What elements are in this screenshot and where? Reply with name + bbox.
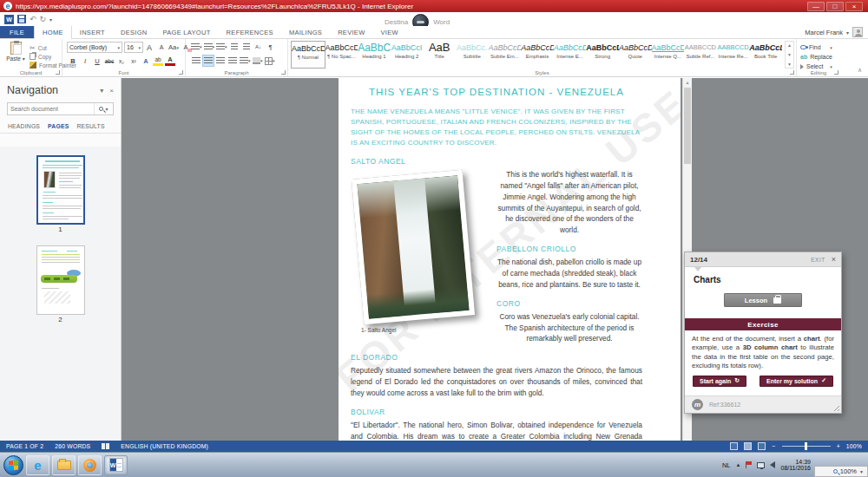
grow-font-button[interactable]: A — [144, 42, 155, 53]
exit-link[interactable]: EXIT — [811, 257, 825, 263]
search-input[interactable] — [8, 106, 94, 112]
tab-home[interactable]: HOME — [34, 26, 72, 39]
scroll-up-icon[interactable]: ▲ — [683, 78, 692, 85]
superscript-button[interactable]: x² — [128, 56, 139, 66]
hidden-icons-button[interactable]: ▲ — [736, 462, 741, 467]
font-name-select[interactable]: Corbel (Body)▾ — [67, 42, 122, 53]
resize-handle[interactable] — [832, 403, 839, 411]
page2-thumbnail[interactable] — [36, 245, 85, 315]
style-intense-reference[interactable]: AABBCCDIntense Re... — [717, 41, 750, 69]
minimize-button[interactable]: — — [807, 2, 825, 11]
proofing-icon[interactable] — [102, 443, 109, 449]
maximize-button[interactable]: □ — [826, 2, 844, 11]
nav-tab-results[interactable]: RESULTS — [76, 123, 104, 129]
scrollbar-thumb[interactable] — [684, 88, 691, 164]
font-dialog-launcher[interactable] — [179, 70, 183, 75]
taskbar-ie-button[interactable]: e — [26, 455, 49, 475]
style-subtitle[interactable]: AaBbCc.Subtitle — [456, 41, 489, 69]
tab-design[interactable]: DESIGN — [113, 26, 155, 38]
change-case-button[interactable]: Aa▾ — [168, 42, 179, 53]
decrease-indent-button[interactable] — [229, 42, 240, 52]
sort-button[interactable]: A↓ — [253, 42, 264, 52]
align-center-button[interactable] — [203, 56, 214, 66]
font-size-select[interactable]: 16▾ — [124, 42, 143, 53]
numbering-button[interactable]: ▾ — [204, 42, 215, 52]
paragraph-dialog-launcher[interactable] — [281, 70, 286, 75]
subscript-button[interactable]: x₂ — [116, 56, 127, 66]
tab-review[interactable]: REVIEW — [330, 26, 372, 38]
zoom-out-button[interactable]: − — [772, 443, 775, 449]
font-color-button[interactable]: A — [165, 56, 175, 66]
highlight-color-button[interactable]: ab — [153, 56, 163, 66]
action-center-icon[interactable] — [746, 461, 752, 468]
multilevel-list-button[interactable]: ▾ — [216, 42, 227, 52]
panel-close-icon[interactable]: × — [832, 255, 836, 264]
justify-button[interactable] — [227, 56, 238, 66]
panel-header[interactable]: 12/14 EXIT × — [685, 252, 841, 267]
tab-references[interactable]: REFERENCES — [219, 26, 281, 38]
tray-clock[interactable]: 14:39 08/11/2016 — [780, 459, 811, 472]
style-heading1[interactable]: AaBbCHeading 1 — [358, 41, 391, 69]
style-normal[interactable]: AaBbCcD¶ Normal — [291, 41, 326, 69]
enter-solution-button[interactable]: Enter my solution✓ — [760, 376, 833, 387]
strikethrough-button[interactable]: abc — [104, 56, 115, 66]
web-layout-icon[interactable] — [758, 442, 766, 450]
zoom-slider-thumb[interactable] — [805, 442, 807, 450]
italic-button[interactable]: I — [80, 56, 90, 66]
line-spacing-button[interactable]: ▾ — [240, 56, 251, 66]
editing-dialog-launcher[interactable] — [834, 70, 838, 75]
style-book-title[interactable]: AaBbCcLBook Title — [749, 41, 782, 69]
collapse-ribbon-icon[interactable]: ∧ — [858, 67, 862, 74]
word-count[interactable]: 260 WORDS — [55, 443, 90, 449]
zoom-percent[interactable]: 100% — [846, 443, 862, 449]
tab-page-layout[interactable]: PAGE LAYOUT — [155, 26, 218, 38]
style-intense-emphasis[interactable]: AaBbCcDiIntense E... — [554, 41, 587, 69]
style-heading2[interactable]: AaBbCcIHeading 2 — [391, 41, 424, 69]
bold-button[interactable]: B — [68, 56, 78, 66]
qat-customize-icon[interactable]: ▾ — [49, 14, 52, 24]
tab-mailings[interactable]: MAILINGS — [281, 26, 330, 38]
taskbar-word-button[interactable]: W — [104, 455, 128, 475]
shrink-font-button[interactable]: A — [156, 42, 167, 53]
borders-button[interactable]: ▾ — [265, 56, 275, 66]
waterfall-photo[interactable]: 1- Salto Angel — [351, 171, 488, 343]
style-quote[interactable]: AaBbCcDiQuote — [619, 41, 652, 69]
close-button[interactable]: × — [845, 2, 863, 11]
volume-icon[interactable] — [770, 461, 775, 468]
increase-indent-button[interactable] — [241, 42, 252, 52]
align-left-button[interactable] — [191, 56, 201, 66]
nav-tab-pages[interactable]: PAGES — [48, 123, 69, 129]
print-layout-icon[interactable] — [744, 442, 752, 450]
lesson-button[interactable]: Lesson — [724, 293, 802, 307]
find-button[interactable]: Find▾ — [800, 42, 832, 52]
nav-options-icon[interactable]: ▾ — [100, 87, 103, 95]
zoom-slider[interactable] — [782, 446, 831, 447]
language-indicator[interactable]: ENGLISH (UNITED KINGDOM) — [121, 443, 208, 449]
style-subtle-reference[interactable]: AABBCCDSubtle Ref... — [684, 41, 717, 69]
network-icon[interactable] — [757, 462, 765, 468]
save-icon[interactable] — [17, 15, 26, 23]
style-emphasis[interactable]: AaBbCcDiEmphasis — [521, 41, 554, 69]
undo-button[interactable]: ↶ — [30, 14, 36, 24]
style-intense-quote[interactable]: AaBbCcDIntense Q... — [652, 41, 685, 69]
page-indicator[interactable]: PAGE 1 OF 2 — [6, 443, 43, 449]
language-tray[interactable]: NL — [722, 461, 731, 469]
tab-insert[interactable]: INSERT — [72, 26, 113, 38]
zoom-in-button[interactable]: + — [837, 443, 840, 449]
document-page[interactable]: FOR INTERNAL USE THIS YEAR'S TOP DESTINA… — [339, 78, 681, 441]
underline-button[interactable]: U — [92, 56, 102, 66]
paste-button[interactable]: Paste ▾ — [4, 42, 27, 62]
start-button[interactable] — [3, 455, 23, 475]
start-again-button[interactable]: Start again↻ — [693, 376, 746, 387]
ie-zoom-control[interactable]: 100% ▼ — [814, 466, 868, 477]
text-effects-button[interactable]: A — [141, 56, 151, 66]
tab-file[interactable]: FILE — [0, 26, 34, 38]
style-no-spacing[interactable]: AaBbCcD¶ No Spac... — [326, 41, 358, 69]
style-strong[interactable]: AaBbCcDStrong — [586, 41, 619, 69]
tab-view[interactable]: VIEW — [373, 26, 406, 38]
nav-tab-headings[interactable]: HEADINGS — [8, 123, 40, 129]
style-subtle-emphasis[interactable]: AaBbCcDiSubtle Em... — [489, 41, 522, 69]
account-area[interactable]: Marcel Frank ▾ — [805, 26, 868, 38]
shading-button[interactable]: ▾ — [253, 56, 263, 66]
taskbar-media-button[interactable] — [78, 455, 102, 475]
